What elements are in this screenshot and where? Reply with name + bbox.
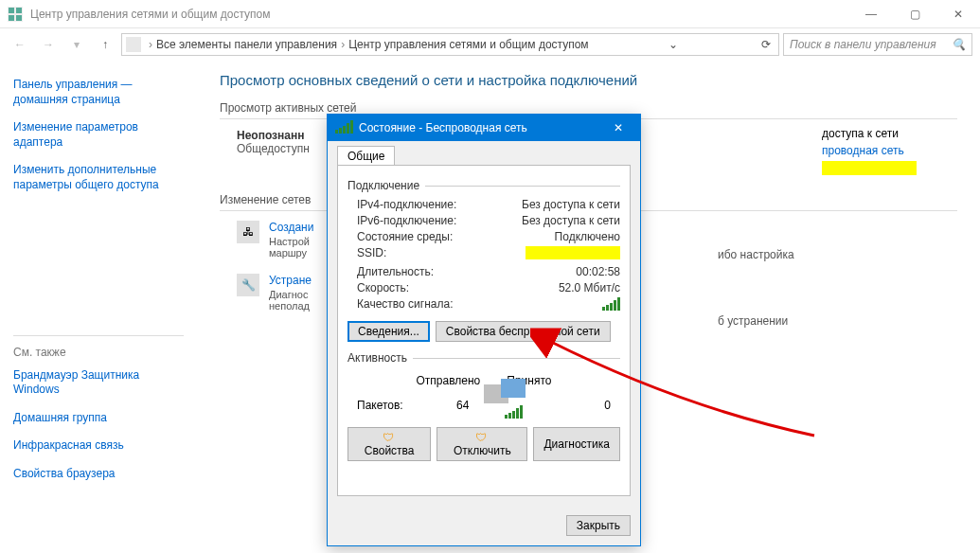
sidebar-also-firewall[interactable]: Брандмауэр Защитника Windows [13, 368, 184, 398]
activity-group-label: Активность [347, 351, 620, 365]
svg-rect-3 [16, 15, 22, 21]
network-details-right: доступа к сети проводная сеть [822, 127, 917, 179]
search-input[interactable]: Поиск в панели управления 🔍 [783, 33, 972, 56]
close-button[interactable]: ✕ [936, 0, 980, 28]
task-setup-suffix: ибо настройка [718, 248, 794, 261]
breadcrumb-current[interactable]: Центр управления сетями и общим доступом [348, 38, 589, 51]
search-placeholder: Поиск в панели управления [790, 38, 936, 51]
navigation-bar: ← → ▾ ↑ › Все элементы панели управления… [0, 28, 980, 61]
breadcrumb[interactable]: › Все элементы панели управления › Центр… [121, 33, 779, 56]
troubleshoot-icon: 🔧 [237, 274, 259, 296]
sidebar: Панель управления — домашняя страница Из… [0, 61, 197, 553]
sidebar-item-sharing[interactable]: Изменить дополнительные параметры общего… [13, 163, 184, 192]
back-button[interactable]: ← [8, 32, 32, 57]
ssid-highlight [526, 246, 620, 259]
packets-recv: 0 [604, 399, 611, 412]
sidebar-item-home[interactable]: Панель управления — домашняя страница [13, 78, 184, 107]
disable-button[interactable]: 🛡Отключить [437, 427, 527, 461]
app-icon [8, 7, 23, 22]
shield-icon: 🛡 [475, 431, 487, 444]
forward-button[interactable]: → [36, 32, 61, 57]
access-type-value: доступа к сети [822, 127, 899, 140]
see-also-label: См. также [13, 346, 184, 359]
dialog-close-button[interactable]: ✕ [604, 121, 633, 134]
task-troubleshoot-desc: Диагноснеполад [269, 289, 312, 312]
minimize-button[interactable]: — [849, 0, 893, 28]
sent-label: Отправлено [417, 374, 481, 387]
window-titlebar: Центр управления сетями и общим доступом… [0, 0, 980, 28]
status-dialog: Состояние - Беспроводная сеть ✕ Общие По… [327, 114, 641, 546]
tab-general[interactable]: Общие [337, 146, 395, 166]
svg-rect-1 [16, 8, 22, 13]
activity-graphic: Отправлено Принято [347, 374, 620, 387]
sidebar-also-infrared[interactable]: Инфракрасная связь [13, 438, 184, 454]
sidebar-item-adapter[interactable]: Изменение параметров адаптера [13, 120, 184, 150]
task-troubleshoot-title[interactable]: Устране [269, 274, 312, 287]
row-speed: Скорость:52.0 Мбит/с [347, 281, 620, 294]
svg-rect-2 [9, 15, 14, 21]
task-setup-desc: Настроймаршру [269, 236, 313, 259]
refresh-icon[interactable]: ⟳ [757, 38, 775, 51]
dialog-titlebar[interactable]: Состояние - Беспроводная сеть ✕ [328, 115, 640, 141]
diagnostics-button[interactable]: Диагностика [533, 427, 620, 461]
details-button[interactable]: Сведения... [347, 321, 430, 342]
task-setup-title[interactable]: Создани [269, 221, 313, 234]
sidebar-divider [13, 335, 184, 336]
breadcrumb-dropdown-icon[interactable]: ⌄ [665, 38, 682, 51]
shield-icon: 🛡 [383, 431, 394, 444]
signal-bars-icon [602, 297, 620, 311]
task-troubleshoot-suffix: б устранении [718, 314, 788, 328]
row-ssid: SSID: [347, 246, 620, 262]
maximize-button[interactable]: ▢ [893, 0, 936, 28]
packets-sent: 64 [456, 399, 469, 412]
sidebar-also-browser[interactable]: Свойства браузера [13, 467, 184, 482]
up-button[interactable]: ↑ [93, 32, 117, 57]
row-ipv4: IPv4-подключение:Без доступа к сети [347, 198, 620, 211]
svg-rect-0 [9, 8, 14, 13]
yellow-highlight [822, 161, 917, 175]
window-title: Центр управления сетями и общим доступом [30, 8, 849, 21]
properties-button[interactable]: 🛡Свойства [347, 427, 431, 461]
control-panel-icon [126, 37, 141, 52]
sidebar-also-homegroup[interactable]: Домашняя группа [13, 411, 184, 426]
recent-dropdown[interactable]: ▾ [64, 32, 89, 57]
connection-link[interactable]: проводная сеть [822, 144, 904, 157]
connection-group-label: Подключение [347, 179, 620, 192]
breadcrumb-root[interactable]: Все элементы панели управления [156, 38, 337, 51]
dialog-title: Состояние - Беспроводная сеть [359, 121, 604, 134]
row-signal: Качество сигнала: [347, 297, 620, 313]
close-button-footer[interactable]: Закрыть [566, 515, 631, 536]
wifi-icon [335, 120, 353, 136]
page-title: Просмотр основных сведений о сети и наст… [220, 72, 957, 88]
search-icon: 🔍 [952, 38, 966, 51]
wifi-properties-button[interactable]: Свойства беспроводной сети [436, 321, 611, 342]
row-ipv6: IPv6-подключение:Без доступа к сети [347, 214, 620, 227]
setup-icon: 🖧 [237, 221, 259, 243]
row-media: Состояние среды:Подключено [347, 230, 620, 243]
row-duration: Длительность:00:02:58 [347, 265, 620, 278]
